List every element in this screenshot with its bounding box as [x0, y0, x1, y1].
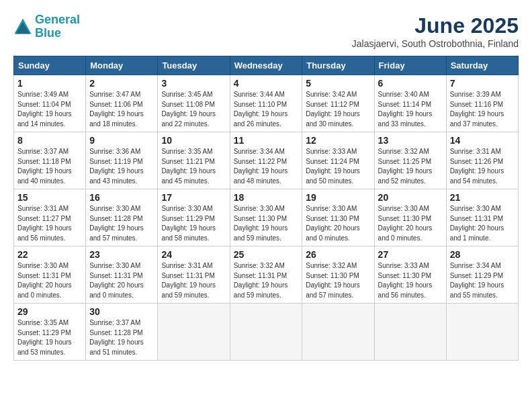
- calendar-cell: 15Sunrise: 3:31 AM Sunset: 11:27 PM Dayl…: [14, 189, 86, 246]
- calendar-cell: 26Sunrise: 3:32 AM Sunset: 11:30 PM Dayl…: [302, 246, 374, 304]
- day-number: 17: [161, 192, 226, 203]
- calendar-cell: 3Sunrise: 3:45 AM Sunset: 11:08 PM Dayli…: [158, 75, 230, 132]
- logo-icon: [13, 17, 32, 36]
- day-info: Sunrise: 3:47 AM Sunset: 11:06 PM Daylig…: [89, 90, 154, 129]
- day-number: 21: [450, 192, 515, 203]
- day-number: 4: [234, 78, 299, 89]
- calendar-cell: 16Sunrise: 3:30 AM Sunset: 11:28 PM Dayl…: [86, 189, 158, 246]
- calendar-cell: 20Sunrise: 3:30 AM Sunset: 11:30 PM Dayl…: [374, 189, 446, 246]
- day-info: Sunrise: 3:34 AM Sunset: 11:29 PM Daylig…: [450, 261, 515, 300]
- calendar-cell: 1Sunrise: 3:49 AM Sunset: 11:04 PM Dayli…: [14, 75, 86, 132]
- day-number: 1: [17, 78, 82, 89]
- day-number: 7: [450, 78, 515, 89]
- logo: General Blue: [13, 13, 80, 40]
- calendar-cell: 23Sunrise: 3:30 AM Sunset: 11:31 PM Dayl…: [86, 246, 158, 304]
- day-info: Sunrise: 3:32 AM Sunset: 11:30 PM Daylig…: [306, 261, 370, 300]
- calendar-cell: [302, 304, 374, 361]
- header: General Blue June 2025 Jalasjaervi, Sout…: [13, 13, 519, 49]
- day-info: Sunrise: 3:37 AM Sunset: 11:18 PM Daylig…: [17, 147, 82, 186]
- title-area: June 2025 Jalasjaervi, South Ostrobothni…: [352, 13, 519, 49]
- column-header-wednesday: Wednesday: [230, 56, 302, 75]
- day-number: 5: [306, 78, 370, 89]
- column-header-tuesday: Tuesday: [158, 56, 230, 75]
- day-info: Sunrise: 3:33 AM Sunset: 11:30 PM Daylig…: [378, 261, 443, 300]
- calendar-cell: 8Sunrise: 3:37 AM Sunset: 11:18 PM Dayli…: [14, 132, 86, 189]
- day-info: Sunrise: 3:30 AM Sunset: 11:31 PM Daylig…: [17, 261, 82, 300]
- calendar-cell: 9Sunrise: 3:36 AM Sunset: 11:19 PM Dayli…: [86, 132, 158, 189]
- column-header-friday: Friday: [374, 56, 446, 75]
- day-number: 23: [89, 249, 154, 260]
- day-number: 6: [378, 78, 443, 89]
- location-subtitle: Jalasjaervi, South Ostrobothnia, Finland: [352, 38, 519, 49]
- day-info: Sunrise: 3:39 AM Sunset: 11:16 PM Daylig…: [450, 90, 515, 129]
- column-header-sunday: Sunday: [14, 56, 86, 75]
- day-info: Sunrise: 3:32 AM Sunset: 11:25 PM Daylig…: [378, 147, 443, 186]
- day-number: 11: [234, 135, 299, 146]
- calendar-cell: [446, 304, 518, 361]
- day-info: Sunrise: 3:31 AM Sunset: 11:27 PM Daylig…: [17, 204, 82, 243]
- day-number: 30: [89, 306, 154, 317]
- calendar-cell: 28Sunrise: 3:34 AM Sunset: 11:29 PM Dayl…: [446, 246, 518, 304]
- day-info: Sunrise: 3:33 AM Sunset: 11:24 PM Daylig…: [306, 147, 370, 186]
- day-info: Sunrise: 3:34 AM Sunset: 11:22 PM Daylig…: [234, 147, 299, 186]
- calendar-cell: 2Sunrise: 3:47 AM Sunset: 11:06 PM Dayli…: [86, 75, 158, 132]
- calendar-table: SundayMondayTuesdayWednesdayThursdayFrid…: [13, 56, 519, 361]
- logo-text: General Blue: [35, 13, 80, 40]
- month-year-title: June 2025: [352, 13, 519, 38]
- day-number: 26: [306, 249, 370, 260]
- day-number: 25: [234, 249, 299, 260]
- calendar-cell: 18Sunrise: 3:30 AM Sunset: 11:30 PM Dayl…: [230, 189, 302, 246]
- calendar-cell: 27Sunrise: 3:33 AM Sunset: 11:30 PM Dayl…: [374, 246, 446, 304]
- calendar-cell: 4Sunrise: 3:44 AM Sunset: 11:10 PM Dayli…: [230, 75, 302, 132]
- day-info: Sunrise: 3:30 AM Sunset: 11:30 PM Daylig…: [306, 204, 370, 243]
- calendar-cell: 22Sunrise: 3:30 AM Sunset: 11:31 PM Dayl…: [14, 246, 86, 304]
- column-header-monday: Monday: [86, 56, 158, 75]
- day-number: 16: [89, 192, 154, 203]
- calendar-cell: 14Sunrise: 3:31 AM Sunset: 11:26 PM Dayl…: [446, 132, 518, 189]
- day-info: Sunrise: 3:44 AM Sunset: 11:10 PM Daylig…: [234, 90, 299, 129]
- day-info: Sunrise: 3:30 AM Sunset: 11:30 PM Daylig…: [378, 204, 443, 243]
- column-header-saturday: Saturday: [446, 56, 518, 75]
- calendar-cell: 11Sunrise: 3:34 AM Sunset: 11:22 PM Dayl…: [230, 132, 302, 189]
- day-info: Sunrise: 3:42 AM Sunset: 11:12 PM Daylig…: [306, 90, 370, 129]
- day-number: 19: [306, 192, 370, 203]
- calendar-cell: 30Sunrise: 3:37 AM Sunset: 11:28 PM Dayl…: [86, 304, 158, 361]
- day-info: Sunrise: 3:30 AM Sunset: 11:28 PM Daylig…: [89, 204, 154, 243]
- day-info: Sunrise: 3:45 AM Sunset: 11:08 PM Daylig…: [161, 90, 226, 129]
- calendar-cell: 19Sunrise: 3:30 AM Sunset: 11:30 PM Dayl…: [302, 189, 374, 246]
- day-number: 13: [378, 135, 443, 146]
- calendar-cell: 12Sunrise: 3:33 AM Sunset: 11:24 PM Dayl…: [302, 132, 374, 189]
- day-number: 2: [89, 78, 154, 89]
- day-number: 24: [161, 249, 226, 260]
- day-number: 20: [378, 192, 443, 203]
- day-info: Sunrise: 3:37 AM Sunset: 11:28 PM Daylig…: [89, 318, 154, 357]
- day-number: 18: [234, 192, 299, 203]
- calendar-cell: 25Sunrise: 3:32 AM Sunset: 11:31 PM Dayl…: [230, 246, 302, 304]
- day-number: 27: [378, 249, 443, 260]
- column-header-thursday: Thursday: [302, 56, 374, 75]
- day-info: Sunrise: 3:40 AM Sunset: 11:14 PM Daylig…: [378, 90, 443, 129]
- calendar-cell: [374, 304, 446, 361]
- day-number: 9: [89, 135, 154, 146]
- day-info: Sunrise: 3:30 AM Sunset: 11:29 PM Daylig…: [161, 204, 226, 243]
- day-number: 29: [17, 306, 82, 317]
- day-info: Sunrise: 3:30 AM Sunset: 11:30 PM Daylig…: [234, 204, 299, 243]
- day-number: 15: [17, 192, 82, 203]
- day-number: 10: [161, 135, 226, 146]
- calendar-cell: 6Sunrise: 3:40 AM Sunset: 11:14 PM Dayli…: [374, 75, 446, 132]
- day-number: 12: [306, 135, 370, 146]
- day-info: Sunrise: 3:30 AM Sunset: 11:31 PM Daylig…: [450, 204, 515, 243]
- calendar-cell: 21Sunrise: 3:30 AM Sunset: 11:31 PM Dayl…: [446, 189, 518, 246]
- day-info: Sunrise: 3:32 AM Sunset: 11:31 PM Daylig…: [234, 261, 299, 300]
- calendar-cell: [158, 304, 230, 361]
- calendar-cell: 5Sunrise: 3:42 AM Sunset: 11:12 PM Dayli…: [302, 75, 374, 132]
- day-info: Sunrise: 3:31 AM Sunset: 11:26 PM Daylig…: [450, 147, 515, 186]
- day-number: 8: [17, 135, 82, 146]
- calendar-cell: 7Sunrise: 3:39 AM Sunset: 11:16 PM Dayli…: [446, 75, 518, 132]
- day-info: Sunrise: 3:35 AM Sunset: 11:21 PM Daylig…: [161, 147, 226, 186]
- day-number: 22: [17, 249, 82, 260]
- calendar-cell: 17Sunrise: 3:30 AM Sunset: 11:29 PM Dayl…: [158, 189, 230, 246]
- day-info: Sunrise: 3:31 AM Sunset: 11:31 PM Daylig…: [161, 261, 226, 300]
- calendar-cell: 10Sunrise: 3:35 AM Sunset: 11:21 PM Dayl…: [158, 132, 230, 189]
- day-number: 3: [161, 78, 226, 89]
